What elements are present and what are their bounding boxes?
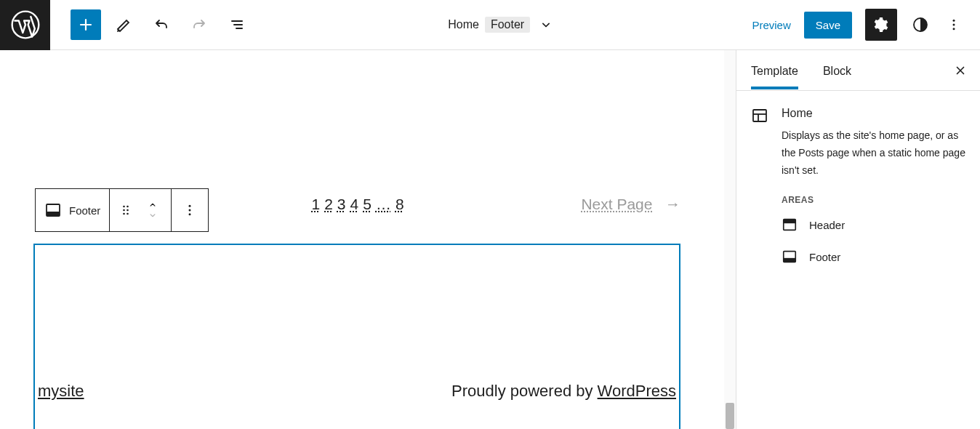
wp-logo-home[interactable] (0, 0, 50, 50)
svg-point-15 (189, 213, 191, 215)
area-item-footer[interactable]: Footer (782, 249, 965, 265)
options-button[interactable] (944, 15, 964, 35)
svg-point-10 (127, 209, 129, 212)
layout-icon (751, 107, 768, 124)
area-item-label: Footer (809, 251, 840, 263)
svg-point-11 (124, 213, 126, 215)
block-move-segment (110, 189, 172, 231)
header-part-icon (782, 217, 798, 233)
svg-point-7 (124, 206, 126, 208)
breadcrumb-parent: Home (448, 18, 479, 31)
sidebar-tabs: Template Block (736, 50, 980, 91)
footer-template-part[interactable]: mysite Proudly powered by WordPress (33, 244, 680, 429)
page-link[interactable]: 1 (311, 196, 320, 213)
template-info: Home Displays as the site's home page, o… (751, 107, 965, 179)
drag-handle-icon[interactable] (117, 201, 134, 219)
powered-by-text: Proudly powered by WordPress (451, 382, 676, 401)
svg-point-8 (127, 206, 129, 208)
styles-button[interactable] (910, 15, 931, 35)
save-button[interactable]: Save (804, 12, 852, 39)
area-item-header[interactable]: Header (782, 217, 965, 233)
undo-button[interactable] (146, 9, 177, 40)
svg-rect-20 (784, 220, 796, 224)
move-down-button[interactable] (146, 210, 159, 220)
list-view-toggle[interactable] (222, 9, 252, 40)
next-page-link[interactable]: Next Page → (581, 196, 680, 213)
page-link[interactable]: 4 (350, 196, 359, 213)
area-item-label: Header (809, 219, 845, 231)
arrow-right-icon: → (665, 196, 680, 212)
svg-point-4 (953, 28, 955, 30)
block-inserter-toggle[interactable] (71, 9, 101, 40)
block-options-button[interactable] (172, 189, 208, 231)
svg-point-13 (189, 205, 191, 207)
page-link[interactable]: 8 (395, 196, 404, 213)
scrollbar-thumb[interactable] (726, 403, 734, 429)
tools-button[interactable] (108, 9, 139, 40)
svg-point-12 (127, 213, 129, 215)
preview-button[interactable]: Preview (752, 19, 790, 31)
page-link[interactable]: 3 (337, 196, 346, 213)
template-description: Displays as the site's home page, or as … (782, 127, 965, 179)
footer-part-icon (44, 201, 62, 219)
svg-rect-22 (784, 258, 796, 262)
block-toolbar-label: Footer (69, 204, 100, 217)
footer-part-icon (782, 249, 798, 265)
wordpress-link[interactable]: WordPress (598, 382, 676, 400)
svg-point-9 (124, 209, 126, 212)
areas-heading: AREAS (782, 195, 965, 205)
editor-topbar: Home Footer Preview Save (0, 0, 980, 50)
chevron-down-icon[interactable] (536, 15, 556, 35)
svg-point-3 (953, 24, 955, 26)
svg-point-14 (189, 209, 191, 212)
template-name: Home (782, 107, 965, 120)
page-ellipsis: … (376, 196, 391, 213)
settings-sidebar: Template Block Home Displays as the site… (736, 50, 980, 429)
template-areas: AREAS Header Footer (782, 195, 965, 265)
document-title[interactable]: Home Footer (252, 15, 752, 35)
vertical-scrollbar[interactable] (724, 50, 736, 429)
editor-canvas-wrap: 1 2 3 4 5 … 8 Next Page → Footer (0, 50, 724, 429)
topbar-left-tools (50, 9, 252, 40)
tab-template[interactable]: Template (751, 52, 798, 89)
redo-button[interactable] (184, 9, 214, 40)
svg-point-2 (953, 20, 955, 22)
page-link[interactable]: 5 (363, 196, 371, 213)
block-toolbar: Footer (35, 188, 209, 232)
block-mover (139, 200, 166, 220)
block-type-switcher[interactable]: Footer (36, 189, 110, 231)
page-link[interactable]: 2 (324, 196, 333, 213)
settings-toggle[interactable] (865, 9, 897, 41)
tab-block[interactable]: Block (823, 52, 851, 89)
close-sidebar-button[interactable] (954, 64, 967, 77)
breadcrumb-current: Footer (485, 17, 530, 33)
move-up-button[interactable] (146, 200, 159, 210)
topbar-right-tools: Preview Save (752, 9, 980, 41)
next-page-label: Next Page (581, 196, 652, 212)
site-title-link[interactable]: mysite (38, 382, 84, 401)
svg-rect-16 (753, 110, 766, 121)
footer-content-row: mysite Proudly powered by WordPress (35, 382, 679, 401)
svg-rect-6 (47, 212, 60, 216)
